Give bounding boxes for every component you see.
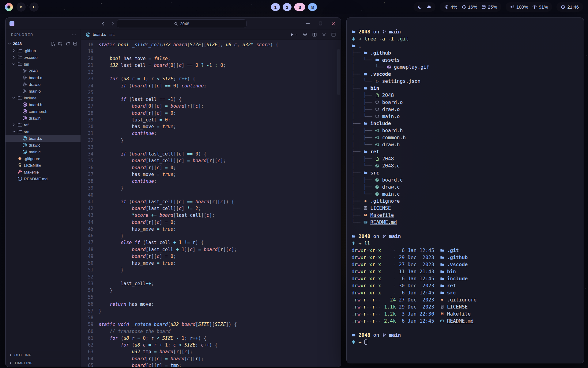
terminal-line: drwxr-xr-x - 29 Dec 2023 .github — [352, 254, 579, 261]
tab-board.c[interactable]: board.c src — [86, 32, 115, 37]
explorer-item-2048[interactable]: 2048 — [6, 67, 81, 74]
folder-icon — [352, 44, 356, 48]
workspace-8[interactable]: 8 — [308, 3, 317, 11]
refresh-icon[interactable] — [66, 41, 70, 46]
settings-gear-icon[interactable] — [303, 32, 307, 37]
memory-stat: 16% — [462, 4, 477, 10]
audio-network-module[interactable]: 100% 91% — [506, 2, 552, 12]
explorer-item-.vscode[interactable]: .vscode — [6, 54, 81, 61]
code-line: for (u8 r = 0; r < SIZE - 1; r++) { — [99, 335, 341, 342]
weather-module[interactable] — [413, 2, 435, 12]
folder-icon — [440, 248, 444, 252]
minimize-icon[interactable] — [305, 21, 311, 26]
explorer-item-LICENSE[interactable]: LICENSE — [6, 162, 81, 169]
explorer-item-.gitignore[interactable]: .gitignore — [6, 155, 81, 162]
code-line: has_move = true; — [99, 123, 341, 130]
disk-stat: 25% — [481, 4, 497, 10]
explorer-item-label: draw.c — [29, 143, 40, 148]
clang-icon — [375, 164, 379, 168]
code-line: board[r][c] = 0; — [99, 253, 341, 260]
code-line: u32 tmp = board[r][c]; — [99, 348, 341, 355]
explorer-root[interactable]: 2048 — [6, 40, 81, 47]
explorer-sidebar: EXPLORER 2048 .github.vscodebin2048board… — [6, 29, 81, 367]
terminal-line: │ └── main.c — [352, 190, 579, 197]
svg-text:M: M — [441, 312, 444, 316]
explorer-item-src[interactable]: src — [6, 128, 81, 135]
explorer-more-icon[interactable] — [72, 33, 76, 37]
editor-scrollbar[interactable] — [337, 49, 340, 95]
code-line: for (u8 r = 1; r < SIZE; r++) { — [99, 75, 341, 82]
cpu-stat: 4% — [444, 4, 457, 10]
clang-icon — [375, 128, 379, 132]
run-button[interactable] — [289, 32, 298, 37]
explorer-item-include[interactable]: include — [6, 94, 81, 101]
timeline-panel[interactable]: TIMELINE — [6, 359, 81, 367]
permissions: drwxr-xr-x — [352, 290, 381, 296]
tab-bar: board.c src — [81, 29, 341, 40]
gear-icon — [22, 68, 27, 73]
svg-text:{}: {} — [375, 80, 379, 83]
workspace-2[interactable]: 2 — [283, 3, 292, 11]
nav-back-icon[interactable] — [100, 21, 106, 26]
explorer-item-common.h[interactable]: common.h — [6, 108, 81, 115]
explorer-item-draw.o[interactable]: draw.o — [6, 81, 81, 88]
branch-icon — [382, 234, 386, 238]
explorer-item-board.c[interactable]: board.c — [6, 135, 81, 142]
explorer-item-board.h[interactable]: board.h — [6, 101, 81, 108]
hlang-icon — [22, 116, 27, 121]
explorer-item-.github[interactable]: .github — [6, 47, 81, 54]
collapse-all-icon[interactable] — [73, 41, 77, 46]
terminal-line: ├── M Makefile — [352, 212, 579, 219]
permissions: .rw-r--r-- — [352, 318, 381, 324]
explorer-item-draw.h[interactable]: draw.h — [6, 115, 81, 121]
nav-forward-icon[interactable] — [110, 21, 115, 26]
editor-window: 2048 EXPLORER 2048 .git — [5, 17, 341, 367]
close-icon[interactable] — [330, 21, 336, 26]
explorer-item-draw.c[interactable]: draw.c — [6, 142, 81, 148]
explorer-item-Makefile[interactable]: Makefile — [6, 169, 81, 175]
code-line: board[0][c] = board[r][c]; — [99, 103, 341, 109]
system-stats-module[interactable]: 4% 16% 25% — [440, 2, 501, 12]
terminal-content: 2048 on main → tree -a -I .git .├── .git… — [347, 18, 584, 346]
distro-menu-button[interactable] — [5, 3, 13, 11]
clang-icon — [375, 192, 379, 196]
terminal-line: │ ├── common.h — [352, 134, 579, 141]
new-folder-icon[interactable] — [58, 41, 63, 46]
permissions: drwxr-xr-x — [352, 247, 381, 253]
folder-icon — [440, 270, 444, 274]
explorer-item-bin[interactable]: bin — [6, 61, 81, 67]
layout-toggle-icon[interactable] — [331, 32, 336, 37]
chevron-right-icon — [12, 55, 16, 59]
command-center-search[interactable]: 2048 — [117, 19, 247, 28]
explorer-item-ref[interactable]: ref — [6, 121, 81, 128]
chevron-right-icon — [9, 361, 13, 365]
workspace-3[interactable]: 3 — [294, 3, 305, 11]
explorer-item-README.md[interactable]: README.md — [6, 175, 81, 182]
terminal-line: 2048 on main — [352, 28, 579, 35]
code-line: else if (last_cell + 1 != r) { — [99, 239, 341, 246]
wrench-icon — [17, 170, 22, 174]
outline-panel[interactable]: OUTLINE — [6, 351, 81, 359]
terminal-window[interactable]: 2048 on main → tree -a -I .git .├── .git… — [346, 17, 584, 363]
media-prev-button[interactable] — [17, 2, 26, 12]
moon-icon — [418, 5, 422, 9]
terminal-line: ├── LICENSE — [352, 205, 579, 212]
media-next-button[interactable] — [29, 2, 39, 12]
chevron-right-icon — [9, 353, 13, 357]
split-editor-icon[interactable] — [312, 32, 317, 37]
explorer-item-board.o[interactable]: board.o — [6, 74, 81, 81]
clock-module[interactable]: 21:46 — [556, 2, 583, 12]
code-line: continue; — [99, 178, 341, 185]
workspace-1[interactable]: 1 — [271, 3, 280, 11]
cube-icon — [375, 100, 379, 104]
code-line: board[c][r] = tmp; — [99, 362, 341, 367]
code-area[interactable]: static bool _slide_col(u32 board[SIZE][S… — [99, 41, 341, 367]
close-editor-icon[interactable] — [322, 32, 326, 37]
maximize-icon[interactable] — [318, 21, 323, 26]
book-icon — [440, 319, 444, 323]
explorer-item-label: Makefile — [24, 170, 39, 174]
explorer-item-main.c[interactable]: main.c — [6, 148, 81, 155]
topbar-left — [5, 2, 39, 12]
new-file-icon[interactable] — [51, 41, 55, 46]
explorer-item-main.o[interactable]: main.o — [6, 88, 81, 94]
